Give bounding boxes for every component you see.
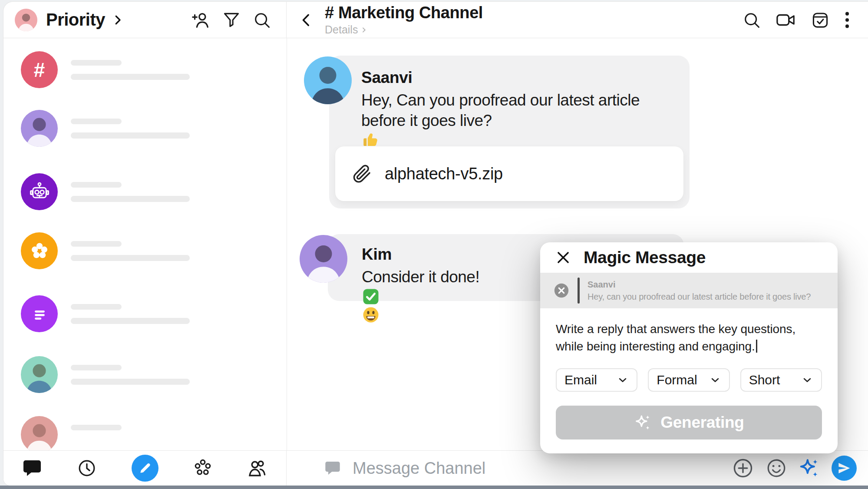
length-dropdown[interactable]: Short: [740, 368, 822, 392]
skeleton-line: [71, 365, 122, 370]
list-item[interactable]: #: [21, 51, 201, 88]
skeleton-line: [71, 196, 190, 202]
format-dropdown[interactable]: Email: [556, 368, 637, 392]
chats-tab-icon[interactable]: [22, 458, 43, 479]
message-text: Hey, Can you proofread our latest articl…: [361, 90, 677, 149]
pencil-icon: [138, 461, 152, 476]
add-person-icon[interactable]: [191, 10, 211, 30]
chevron-right-icon[interactable]: [111, 13, 124, 26]
back-icon[interactable]: [298, 11, 315, 29]
skeleton-line: [71, 74, 190, 80]
paper-plane-icon: [837, 461, 851, 475]
app-window: Priority: [3, 2, 868, 486]
conversation-list: #: [3, 38, 287, 451]
compose-button[interactable]: [132, 455, 158, 482]
contacts-icon[interactable]: [247, 458, 268, 479]
avatar: [300, 235, 347, 283]
list-item[interactable]: [21, 416, 201, 451]
attachment-filename: alphatech-v5.zip: [385, 165, 503, 183]
sidebar-header: Priority: [3, 2, 287, 38]
skeleton-line: [71, 119, 122, 124]
avatar: [304, 56, 352, 104]
tasks-icon[interactable]: [811, 10, 830, 30]
avatar: [21, 356, 58, 393]
chevron-down-icon: [709, 374, 721, 386]
chevron-down-icon: [801, 374, 813, 386]
channel-title: # Marketing Channel: [325, 3, 483, 22]
skeleton-line: [71, 132, 190, 139]
search-icon[interactable]: [742, 10, 761, 30]
list-item[interactable]: [21, 110, 201, 147]
skeleton-line: [71, 241, 122, 247]
message-bubble: Saanvi Hey, Can you proofread our latest…: [329, 56, 690, 208]
list-lines-icon: [21, 295, 58, 332]
skeleton-line: [71, 379, 190, 385]
quoted-message: Saanvi Hey, can you proofread our latest…: [540, 273, 838, 308]
recents-clock-icon[interactable]: [77, 458, 97, 478]
person-silhouette-icon: [21, 356, 58, 393]
bottom-bar: Message Channel: [3, 450, 868, 486]
channel-details-link[interactable]: Details: [325, 23, 483, 36]
remove-quote-icon[interactable]: [553, 282, 570, 299]
person-silhouette-icon: [300, 235, 347, 283]
message-bubble-icon: [324, 459, 341, 477]
prompt-input[interactable]: Write a reply that answers the key quest…: [540, 308, 838, 355]
skeleton-line: [71, 60, 122, 66]
skeleton-line: [71, 182, 122, 188]
avatar: [21, 416, 58, 451]
chevron-down-icon: [617, 374, 629, 386]
add-icon[interactable]: [732, 457, 754, 479]
window-edge-strip: [0, 486, 868, 489]
chat-header: # Marketing Channel Details: [287, 2, 868, 38]
text-cursor: [756, 340, 757, 353]
generate-button[interactable]: Generating: [556, 406, 822, 439]
sparkle-icon: [634, 413, 652, 432]
person-silhouette-icon: [304, 56, 352, 104]
list-item[interactable]: [21, 232, 201, 269]
person-silhouette-icon: [15, 9, 37, 31]
apps-icon[interactable]: [193, 458, 213, 478]
list-item[interactable]: [21, 356, 201, 393]
channel-hash-icon: #: [21, 51, 58, 88]
skeleton-line: [71, 255, 190, 261]
search-icon[interactable]: [252, 10, 271, 30]
workspace-title[interactable]: Priority: [46, 10, 105, 30]
close-icon[interactable]: [555, 249, 571, 266]
composer: Message Channel: [287, 451, 868, 486]
generate-label: Generating: [660, 413, 744, 432]
message-input[interactable]: Message Channel: [353, 459, 485, 478]
send-button[interactable]: [832, 456, 857, 481]
tone-dropdown[interactable]: Formal: [648, 368, 729, 392]
filter-icon[interactable]: [222, 10, 241, 30]
message-author: Saanvi: [361, 69, 677, 87]
chevron-right-icon: [360, 26, 367, 33]
person-silhouette-icon: [21, 110, 58, 147]
emoji-icon[interactable]: [766, 457, 787, 479]
check-mark-button-emoji: [362, 287, 380, 306]
list-item[interactable]: [21, 173, 201, 210]
panel-title: Magic Message: [584, 248, 706, 267]
quote-author: Saanvi: [587, 280, 811, 290]
attachment-card[interactable]: alphatech-v5.zip: [335, 146, 683, 201]
skeleton-line: [71, 425, 122, 430]
quote-bar: [578, 278, 580, 304]
quote-text: Hey, can you proofread our latest articl…: [587, 292, 811, 302]
skeleton-line: [71, 304, 122, 310]
sidebar-tabbar: [3, 451, 287, 486]
skeleton-line: [71, 318, 190, 324]
list-item[interactable]: [21, 295, 201, 332]
grinning-face-emoji: [362, 306, 380, 324]
more-options-icon[interactable]: [844, 10, 851, 30]
flower-dots-icon: [21, 232, 58, 269]
magic-sparkle-icon[interactable]: [799, 457, 820, 479]
avatar: [21, 110, 58, 147]
video-call-icon[interactable]: [775, 10, 797, 30]
person-silhouette-icon: [21, 416, 58, 451]
paperclip-icon: [352, 164, 372, 184]
bot-icon: [21, 173, 58, 210]
magic-message-panel: Magic Message Saanvi Hey, can you proofr…: [540, 242, 838, 453]
profile-avatar[interactable]: [15, 9, 37, 31]
